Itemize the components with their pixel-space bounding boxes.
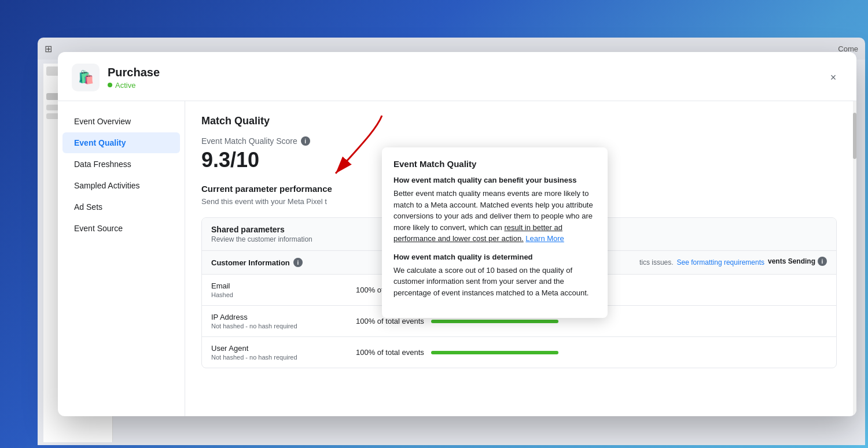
- score-label-row: Event Match Quality Score i: [201, 136, 837, 146]
- sidebar-item-data-freshness[interactable]: Data Freshness: [62, 154, 180, 175]
- table-row: User Agent Not hashed - no hash required…: [202, 337, 836, 368]
- sidebar-item-event-overview[interactable]: Event Overview: [62, 111, 180, 132]
- customer-info-title: Customer Information: [211, 258, 290, 267]
- grid-icon: ⊞: [45, 43, 52, 54]
- param-bar-col: 100% of total events: [356, 317, 827, 325]
- param-name: User Agent: [211, 344, 356, 353]
- bar-track: [431, 351, 558, 354]
- tooltip-popup: Event Match Quality How event match qual…: [382, 147, 608, 318]
- scrollbar[interactable]: [853, 101, 856, 416]
- param-hash: Hashed: [211, 291, 356, 298]
- modal-header: 🛍️ Purchase Active ×: [58, 52, 856, 101]
- modal-sidebar: Event Overview Event Quality Data Freshn…: [58, 101, 185, 416]
- param-percent: 100% of total events: [356, 317, 424, 325]
- formatting-issues-text: tics issues.: [639, 258, 674, 266]
- purchase-icon: 🛍️: [72, 64, 100, 91]
- tooltip-section2-text: We calculate a score out of 10 based on …: [393, 265, 596, 299]
- modal: 🛍️ Purchase Active × Event Overview Even…: [58, 52, 856, 416]
- bar-fill: [431, 351, 558, 354]
- modal-main-content: Match Quality Event Match Quality Score …: [185, 101, 853, 416]
- sidebar-item-ad-sets[interactable]: Ad Sets: [62, 197, 180, 217]
- learn-more-link[interactable]: Learn More: [525, 234, 564, 243]
- param-name-col: Email Hashed: [211, 282, 356, 298]
- tooltip-section1-text: Better event match quality means events …: [393, 188, 596, 245]
- param-hash: Not hashed - no hash required: [211, 354, 356, 361]
- score-label-text: Event Match Quality Score: [201, 136, 297, 146]
- active-label: Active: [115, 81, 135, 90]
- tooltip-section1-title: How event match quality can benefit your…: [393, 176, 596, 184]
- bar-track: [431, 320, 558, 323]
- events-sending-col-header: vents Sending i: [768, 257, 827, 266]
- see-formatting-link[interactable]: See formatting requirements: [677, 258, 764, 266]
- param-name-col: IP Address Not hashed - no hash required: [211, 313, 356, 329]
- sidebar-item-event-source[interactable]: Event Source: [62, 218, 180, 239]
- param-name-col: User Agent Not hashed - no hash required: [211, 344, 356, 361]
- tooltip-section2-title: How event match quality is determined: [393, 253, 596, 261]
- scrollbar-thumb[interactable]: [853, 113, 856, 159]
- param-bar-col: 100% of total events: [356, 348, 827, 357]
- match-quality-title: Match Quality: [201, 115, 837, 127]
- modal-title-area: Purchase Active: [108, 66, 160, 90]
- customer-info-icon[interactable]: i: [293, 258, 303, 267]
- param-hash: Not hashed - no hash required: [211, 323, 356, 329]
- close-button[interactable]: ×: [824, 68, 843, 87]
- active-dot: [108, 83, 112, 87]
- param-name: Email: [211, 282, 356, 290]
- tooltip-title: Event Match Quality: [393, 159, 596, 169]
- modal-body: Event Overview Event Quality Data Freshn…: [58, 101, 856, 416]
- active-badge: Active: [108, 81, 160, 90]
- param-percent: 100% of total events: [356, 348, 424, 357]
- bar-fill: [431, 320, 558, 323]
- modal-title: Purchase: [108, 66, 160, 79]
- sidebar-item-event-quality[interactable]: Event Quality: [62, 132, 180, 153]
- events-sending-icon[interactable]: i: [818, 257, 827, 266]
- param-name: IP Address: [211, 313, 356, 321]
- sidebar-item-sampled-activities[interactable]: Sampled Activities: [62, 175, 180, 196]
- score-info-icon[interactable]: i: [301, 136, 310, 146]
